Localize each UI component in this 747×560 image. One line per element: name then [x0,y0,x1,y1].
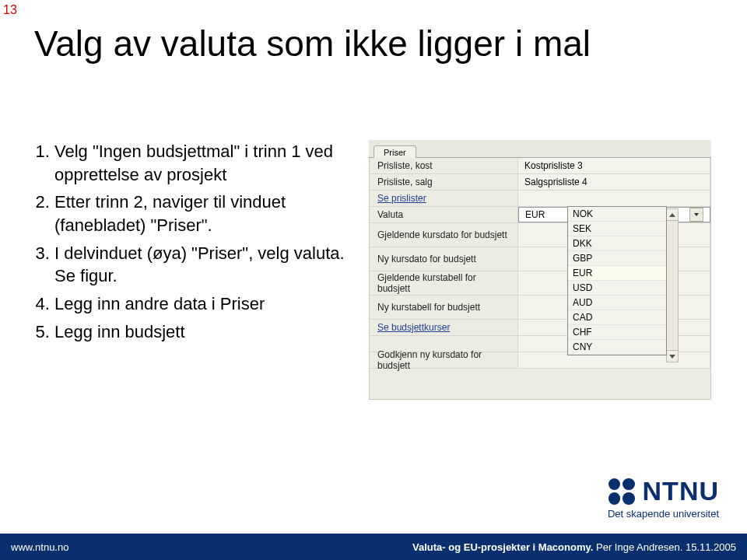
form-label[interactable]: Se budsjettkurser [370,320,518,335]
bullet-list: Velg "Ingen budsjettmal" i trinn 1 ved o… [34,140,369,348]
dropdown-option[interactable]: AUD [568,296,666,310]
dropdown-option[interactable]: DKK [568,236,666,251]
form-value-text: Salgsprisliste 4 [524,177,587,187]
bullet-item: I delvinduet (øya) "Priser", velg valuta… [54,242,369,288]
form-row: Prisliste, kostKostprisliste 3 [370,158,710,174]
slide-title: Valg av valuta som ikke ligger i mal [34,23,713,65]
form-label-link[interactable]: Se budsjettkurser [377,322,450,333]
form-value: Kostprisliste 3 [518,158,710,173]
footer-bar: www.ntnu.no Valuta- og EU-prosjekter i M… [0,534,747,560]
form-label[interactable]: Se prislister [370,191,518,206]
app-screenshot: Priser Prisliste, kostKostprisliste 3Pri… [369,140,711,400]
ntnu-tagline: Det skapende universitet [608,508,719,520]
dropdown-scrollbar[interactable] [666,208,679,362]
form-row: Se prislister [370,191,710,207]
form-label-link[interactable]: Se prislister [377,193,426,204]
footer-date: 15.11.2005 [686,541,736,553]
dropdown-option[interactable]: CAD [568,310,666,325]
ntnu-logo-icon [608,478,635,505]
dropdown-toggle-button[interactable] [689,208,703,222]
form-label: Prisliste, salg [370,174,518,190]
chevron-down-icon [694,213,699,216]
ntnu-logo-text: NTNU [643,476,719,506]
footer-presentation: Valuta- og EU-prosjekter i Maconomy. [412,541,593,553]
form-label: Gjeldende kurstabell for budsjett [370,271,518,295]
form-label: Prisliste, kost [370,158,518,173]
bullet-item: Velg "Ingen budsjettmal" i trinn 1 ved o… [54,140,369,186]
dropdown-option[interactable]: USD [568,281,666,296]
chevron-up-icon [669,213,675,217]
bullet-item: Legg inn budsjett [54,320,369,344]
form-value-text: Kostprisliste 3 [524,160,583,171]
chevron-down-icon [669,355,675,359]
bullet-item: Legg inn andre data i Priser [54,292,369,316]
tab-priser[interactable]: Priser [374,145,416,158]
form-label: Gjeldende kursdato for budsjett [370,223,518,247]
dropdown-option[interactable]: SEK [568,222,666,236]
footer-meta: Valuta- og EU-prosjekter i Maconomy. Per… [412,541,736,553]
scroll-up-button[interactable] [667,209,678,221]
form-label: Godkjenn ny kursdato for budsjett [370,352,518,368]
form-value [518,191,710,206]
valuta-dropdown-list[interactable]: NOKSEKDKKGBPEURUSDAUDCADCHFCNY [567,206,667,355]
dropdown-option[interactable]: CNY [568,340,666,355]
footer-author: Per Inge Andresen. [596,541,682,553]
dropdown-option[interactable]: NOK [568,207,666,222]
page-number: 13 [3,3,17,17]
ntnu-logo-block: NTNU Det skapende universitet [608,476,719,520]
form-value-text: EUR [525,209,545,220]
form-label: Valuta [370,207,518,222]
content-row: Velg "Ingen budsjettmal" i trinn 1 ved o… [34,140,747,400]
dropdown-option[interactable]: GBP [568,251,666,266]
dropdown-option[interactable]: EUR [568,266,666,281]
footer-url: www.ntnu.no [11,541,68,553]
tab-strip: Priser [369,140,711,158]
form-label: Ny kurstabell for budsjett [370,296,518,319]
form-row: Prisliste, salgSalgsprisliste 4 [370,174,710,191]
bullet-item: Etter trinn 2, naviger til vinduet (fane… [54,191,369,236]
dropdown-option[interactable]: CHF [568,325,666,340]
form-label: Ny kursdato for budsjett [370,247,518,271]
form-value: Salgsprisliste 4 [518,174,710,190]
scroll-down-button[interactable] [667,350,678,362]
